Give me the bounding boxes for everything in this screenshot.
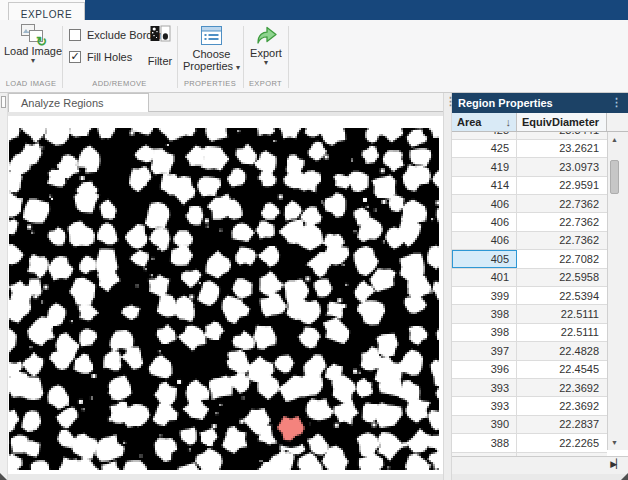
area-cell[interactable]: 388 [452,434,517,451]
column-header-area[interactable]: Area ↓ [452,113,517,131]
equivdiameter-cell[interactable]: 22.5111 [517,305,607,322]
table-row[interactable]: 41422.9591 [452,177,607,195]
window-resize-grip[interactable] [621,473,628,480]
equivdiameter-cell[interactable]: 22.2837 [517,416,607,433]
sort-desc-icon: ↓ [506,116,512,128]
section-label-add-remove: ADD/REMOVE [62,78,177,90]
equivdiameter-cell[interactable]: 22.5111 [517,324,607,341]
equivdiameter-cell[interactable]: 22.7362 [517,195,607,212]
choose-properties-label2: Properties ▾ [183,60,240,72]
splitter-handle-icon: ⋮ [445,96,452,107]
equivdiameter-cell[interactable]: 22.7362 [517,213,607,230]
table-row[interactable]: 39322.3692 [452,379,607,397]
equivdiameter-cell[interactable]: 22.9591 [517,177,607,194]
table-row[interactable]: 40522.7082 [452,250,607,268]
panel-splitter[interactable]: ⋮ [443,93,452,480]
table-row[interactable]: 39922.5394 [452,287,607,305]
scroll-up-icon[interactable]: ▲ [608,133,621,146]
image-region-analyzer-window: EXPLORE ↻ Load Image ▾ ✓ Exclude Border … [0,0,628,480]
section-label-export: EXPORT [243,78,288,90]
panel-bottom-bar: ▶▏ [452,456,628,474]
scrollbar-thumb[interactable] [610,160,619,194]
region-properties-header: Region Properties ⋮ [452,93,628,113]
export-caret-icon: ▾ [264,59,268,66]
load-image-button[interactable]: ↻ Load Image ▾ [4,24,62,64]
load-image-icon: ↻ [20,24,46,45]
region-properties-panel: Region Properties ⋮ Area ↓ EquivDiameter… [452,93,628,474]
scroll-down-icon[interactable]: ▼ [608,436,621,449]
column-header-equivdiameter[interactable]: EquivDiameter [517,113,607,131]
check-icon: ✓ [70,50,79,63]
tab-explore-label: EXPLORE [21,9,72,20]
equivdiameter-cell[interactable]: 23.2621 [517,140,607,157]
table-row[interactable]: 40622.7362 [452,195,607,213]
area-cell[interactable]: 398 [452,305,517,322]
skip-end-icon[interactable]: ▶▏ [610,459,622,469]
table-row[interactable]: 39022.2837 [452,416,607,434]
table-row[interactable]: 39822.5111 [452,305,607,323]
area-cell[interactable]: 425 [452,140,517,157]
table-row[interactable]: 39622.4545 [452,361,607,379]
table-row[interactable]: 41923.0973 [452,158,607,176]
equivdiameter-cell[interactable]: 22.5394 [517,287,607,304]
table-row[interactable]: 40622.7362 [452,232,607,250]
equivdiameter-cell[interactable]: 22.3692 [517,397,607,414]
binary-image[interactable] [9,128,439,470]
filter-button[interactable]: Filter [142,25,178,67]
area-cell[interactable]: 419 [452,158,517,175]
area-cell[interactable]: 393 [452,379,517,396]
equivdiameter-cell[interactable]: 22.2265 [517,434,607,451]
export-button[interactable]: Export ▾ [246,25,286,66]
area-cell[interactable]: 393 [452,397,517,414]
panel-grip-icon[interactable] [1,96,6,108]
equivdiameter-cell[interactable]: 22.5958 [517,269,607,286]
area-cell[interactable]: 398 [452,324,517,341]
table-row[interactable]: 38822.2265 [452,434,607,452]
table-row[interactable]: 39322.3692 [452,397,607,415]
table-row[interactable]: 39722.4828 [452,342,607,360]
table-row[interactable]: 42523.2621 [452,140,607,158]
equivdiameter-cell[interactable]: 22.4545 [517,361,607,378]
toolstrip-tabbar [0,0,628,20]
table-scrollbar[interactable]: ▲ ▼ [607,132,621,450]
area-cell[interactable]: 396 [452,361,517,378]
table-row[interactable]: 40122.5958 [452,269,607,287]
fill-holes-label: Fill Holes [87,51,132,63]
equivdiameter-cell[interactable]: 22.3692 [517,379,607,396]
equivdiameter-cell[interactable]: 23.3441 [517,132,607,139]
area-cell[interactable]: 406 [452,232,517,249]
table-column-headers: Area ↓ EquivDiameter [452,113,628,132]
equivdiameter-cell[interactable]: 22.7362 [517,232,607,249]
area-cell[interactable]: 401 [452,269,517,286]
area-cell[interactable]: 405 [452,250,517,267]
filter-label: Filter [148,55,172,67]
area-cell[interactable]: 399 [452,287,517,304]
table-row[interactable]: 42823.3441 [452,132,607,140]
area-cell[interactable]: 406 [452,213,517,230]
equivdiameter-cell[interactable]: 23.0973 [517,158,607,175]
scrollbar-margin [621,132,628,450]
tab-analyze-regions-label: Analyze Regions [21,97,104,109]
tab-analyze-regions[interactable]: Analyze Regions [8,93,149,112]
section-divider [288,26,289,88]
area-cell[interactable]: 397 [452,342,517,359]
fill-holes-checkbox[interactable]: ✓ [69,51,81,63]
choose-properties-label1: Choose [193,48,231,60]
area-cell[interactable]: 390 [452,416,517,433]
fill-holes-row: ✓ Fill Holes [69,51,132,63]
table-row[interactable]: 39822.5111 [452,324,607,342]
filter-icon [150,25,171,45]
kebab-menu-icon[interactable]: ⋮ [611,96,622,109]
equivdiameter-cell[interactable]: 22.4828 [517,342,607,359]
exclude-border-checkbox[interactable]: ✓ [69,29,81,41]
choose-properties-button[interactable]: Choose Properties ▾ [183,25,240,72]
export-icon [255,25,278,47]
choose-properties-icon [200,25,223,48]
image-panel [8,116,443,474]
area-cell[interactable]: 428 [452,132,517,139]
area-cell[interactable]: 406 [452,195,517,212]
load-image-caret-icon: ▾ [31,57,35,64]
table-row[interactable]: 40622.7362 [452,213,607,231]
area-cell[interactable]: 414 [452,177,517,194]
equivdiameter-cell[interactable]: 22.7082 [517,250,607,267]
